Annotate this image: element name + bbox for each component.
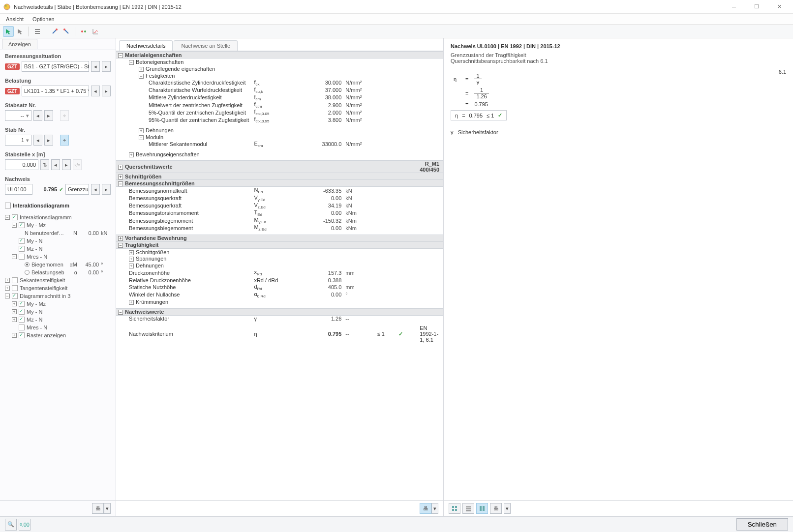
svg-rect-13 <box>466 506 471 507</box>
rp-print-dropdown[interactable]: ▾ <box>504 503 511 514</box>
status-decimals-icon[interactable]: 0.00 <box>19 519 30 531</box>
label-belastung: Belastung <box>0 75 116 85</box>
stab-field[interactable]: 1 ▾ <box>5 135 31 146</box>
nachweis-value: 0.795 <box>34 186 57 192</box>
right-panel: Nachweis UL0100 | EN 1992 | DIN | 2015-1… <box>444 38 793 516</box>
svg-point-5 <box>56 29 58 30</box>
stabstelle-field[interactable]: 0.000 <box>5 159 38 170</box>
rp-title: Nachweis UL0100 | EN 1992 | DIN | 2015-1… <box>444 38 793 50</box>
tab-anzeigen[interactable]: Anzeigen <box>2 39 37 49</box>
check-icon: ✓ <box>59 186 63 193</box>
label-stabstelle: Stabstelle x [m] <box>0 148 116 158</box>
tab-nachweise-an-stelle[interactable]: Nachweise an Stelle <box>174 40 238 51</box>
stabsatz-pick[interactable]: ⌖ <box>60 110 69 121</box>
titlebar: Nachweisdetails | Stäbe | Betonbemessung… <box>0 0 793 14</box>
stabsatz-next[interactable]: ▸ <box>44 110 53 121</box>
gzt-badge: GZT <box>5 63 20 70</box>
svg-rect-9 <box>452 506 454 508</box>
tool-axis-2[interactable] <box>61 26 72 37</box>
stabstelle-ratio[interactable]: x/x <box>73 159 82 170</box>
close-window-button[interactable]: ✕ <box>768 1 790 13</box>
maximize-button[interactable]: ☐ <box>746 1 767 13</box>
svg-point-7 <box>81 30 83 32</box>
tool-axis-1[interactable] <box>49 26 60 37</box>
svg-rect-14 <box>466 508 471 509</box>
bs-prev-button[interactable]: ◂ <box>91 61 100 72</box>
center-print-dropdown[interactable]: ▾ <box>431 503 438 514</box>
menubar: Ansicht Optionen <box>0 14 793 25</box>
stab-next[interactable]: ▸ <box>44 135 53 146</box>
check-icon: ✓ <box>498 112 502 118</box>
statusbar: 🔍 0.00 Schließen <box>0 516 793 532</box>
svg-rect-2 <box>35 29 40 30</box>
stabsatz-prev[interactable]: ◂ <box>33 110 42 121</box>
label-bemessungssituation: Bemessungssituation <box>0 50 116 60</box>
label-stab-nr: Stab Nr. <box>0 124 116 134</box>
result-box: η=0.795 ≤ 1✓ <box>451 110 507 120</box>
center-panel: Nachweisdetails Nachweise an Stelle −Mat… <box>116 38 444 516</box>
bemessungssituation-select[interactable]: BS1 - GZT (STR/GEO) - Ständig …▾ <box>22 61 89 72</box>
tool-graph-icon[interactable] <box>90 26 101 37</box>
menu-optionen[interactable]: Optionen <box>32 16 55 22</box>
stabstelle-next[interactable]: ▸ <box>62 159 71 170</box>
svg-rect-3 <box>35 31 40 32</box>
print-dropdown[interactable]: ▾ <box>104 503 111 514</box>
stabstelle-prev[interactable]: ◂ <box>51 159 60 170</box>
gzt-badge-2: GZT <box>5 88 20 94</box>
stab-prev[interactable]: ◂ <box>33 135 42 146</box>
svg-point-8 <box>84 30 86 32</box>
svg-point-6 <box>63 29 65 30</box>
stab-pick[interactable]: ⌖ <box>60 135 69 146</box>
print-button[interactable]: 🖶 <box>92 503 104 514</box>
nw-next[interactable]: ▸ <box>102 184 111 195</box>
svg-rect-4 <box>35 33 40 34</box>
label-stabsatz-nr: Stabsatz Nr. <box>0 99 116 109</box>
rp-line2: Querschnittsbeanspruchbarkeit nach 6.1 <box>451 58 786 64</box>
rp-ref: 6.1 <box>779 69 786 75</box>
lk-next-button[interactable]: ▸ <box>102 86 111 96</box>
center-print-button[interactable]: 🖶 <box>420 503 431 514</box>
rp-btn-1[interactable] <box>449 503 460 514</box>
tool-list-icon[interactable] <box>32 26 43 37</box>
tab-nachweisdetails[interactable]: Nachweisdetails <box>119 40 173 51</box>
nachweis-text[interactable]: Grenzzustand …▾ <box>65 184 89 195</box>
rp-btn-2[interactable] <box>462 503 474 514</box>
window-title: Nachweisdetails | Stäbe | Betonbemessung… <box>14 4 182 10</box>
gamma-note: γ Sicherheitsfaktor <box>451 129 786 135</box>
stabstelle-step[interactable]: ⇅ <box>40 159 49 170</box>
svg-rect-16 <box>480 506 482 511</box>
rp-line1: Grenzzustand der Tragfähigkeit <box>451 52 786 58</box>
tool-dots-icon[interactable] <box>78 26 89 37</box>
belastung-select[interactable]: LK101 - 1.35 * LF1 + 0.75 * LF2 + …▾ <box>22 86 89 96</box>
interdiag-checkbox[interactable] <box>5 203 11 208</box>
svg-point-1 <box>5 5 7 6</box>
status-search-icon[interactable]: 🔍 <box>5 519 17 531</box>
left-panel: Anzeigen Bemessungssituation GZT BS1 - G… <box>0 38 116 516</box>
svg-rect-11 <box>452 509 454 511</box>
label-interdiag: Interaktionsdiagramm <box>13 203 69 208</box>
nw-prev[interactable]: ◂ <box>91 184 100 195</box>
label-nachweis: Nachweis <box>0 173 116 183</box>
lk-prev-button[interactable]: ◂ <box>91 86 100 96</box>
app-icon <box>3 3 11 11</box>
close-button[interactable]: Schließen <box>736 518 788 531</box>
minimize-button[interactable]: ─ <box>723 1 745 13</box>
bs-next-button[interactable]: ▸ <box>102 61 111 72</box>
menu-ansicht[interactable]: Ansicht <box>6 16 24 22</box>
rp-print-button[interactable]: 🖶 <box>490 503 502 514</box>
tool-cursor-2[interactable] <box>15 26 26 37</box>
svg-point-0 <box>4 4 10 10</box>
svg-rect-12 <box>455 509 457 511</box>
svg-rect-10 <box>455 506 457 508</box>
svg-rect-15 <box>466 510 471 511</box>
tool-cursor-1[interactable] <box>3 26 14 37</box>
svg-rect-17 <box>483 506 485 511</box>
stabsatz-field[interactable]: -- ▾ <box>5 110 31 121</box>
details-table: −Materialeigenschaften −Betoneigenschaft… <box>116 51 443 500</box>
diagram-tree: −Interaktionsdiagramm −My - Mz N benutze… <box>0 211 116 500</box>
rp-btn-3[interactable] <box>476 503 488 514</box>
toolbar <box>0 25 793 38</box>
nachweis-code[interactable]: UL0100 <box>5 184 32 195</box>
